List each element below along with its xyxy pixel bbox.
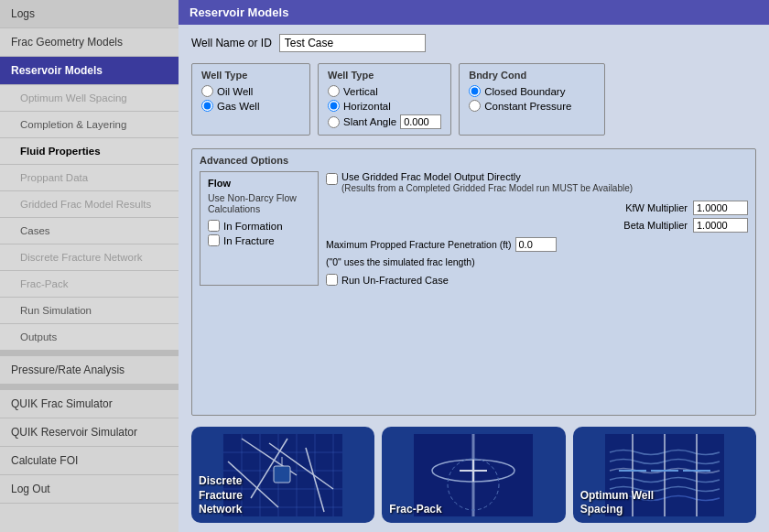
sidebar-item-reservoir-models[interactable]: Reservoir Models: [0, 57, 179, 85]
sidebar-item-frac-geometry[interactable]: Frac Geometry Models: [0, 28, 179, 57]
advanced-inner: Flow Use Non-Darcy Flow Calculations In …: [200, 171, 748, 286]
max-prop-row: Maximum Propped Fracture Penetration (ft…: [326, 237, 748, 252]
horizontal-row: Horizontal: [328, 100, 441, 112]
vertical-row: Vertical: [328, 85, 441, 97]
constant-pressure-radio[interactable]: [469, 100, 481, 112]
window-header: Reservoir Models: [179, 0, 769, 25]
closed-boundary-row: Closed Boundary: [469, 85, 595, 97]
sidebar: Logs Frac Geometry Models Reservoir Mode…: [0, 0, 179, 532]
max-prop-input[interactable]: [515, 237, 557, 252]
use-gridded-checkbox[interactable]: [326, 173, 338, 185]
sidebar-item-log-out[interactable]: Log Out: [0, 475, 179, 504]
well-type2-box: Well Type Vertical Horizontal Slant Angl…: [318, 63, 451, 136]
advanced-options-box: Advanced Options Flow Use Non-Darcy Flow…: [191, 148, 756, 416]
flow-title: Flow: [208, 178, 310, 189]
sidebar-item-outputs[interactable]: Outputs: [0, 324, 179, 351]
bndry-cond-box: Bndry Cond Closed Boundary Constant Pres…: [459, 63, 605, 136]
max-prop-note: ("0" uses the simulated frac length): [326, 256, 748, 267]
vertical-label: Vertical: [343, 86, 378, 97]
closed-boundary-label: Closed Boundary: [484, 86, 565, 97]
well-type-title: Well Type: [201, 70, 300, 81]
oil-well-radio[interactable]: [201, 85, 213, 97]
fp-label: Frac-Pack: [382, 497, 449, 523]
well-type-box: Well Type Oil Well Gas Well: [191, 63, 310, 136]
vertical-radio[interactable]: [328, 85, 340, 97]
run-unfrac-row: Run Un-Fractured Case: [326, 274, 748, 286]
svg-rect-16: [274, 466, 290, 483]
kiw-row: KfW Multiplier: [326, 201, 748, 215]
sidebar-item-cases[interactable]: Cases: [0, 218, 179, 244]
beta-input[interactable]: [693, 218, 748, 233]
well-name-input[interactable]: [279, 34, 426, 52]
in-formation-label: In Formation: [223, 221, 283, 232]
thumb-fp[interactable]: Frac-Pack: [382, 427, 565, 523]
advanced-title: Advanced Options: [200, 155, 748, 166]
slant-radio[interactable]: [328, 116, 340, 128]
multiplier-section: KfW Multiplier Beta Multiplier: [326, 201, 748, 233]
sidebar-item-pressure-rate[interactable]: Pressure/Rate Analysis: [0, 356, 179, 385]
sidebar-item-frac-pack[interactable]: Frac-Pack: [0, 271, 179, 298]
constant-pressure-row: Constant Pressure: [469, 100, 595, 112]
in-fracture-label: In Fracture: [223, 235, 275, 246]
slant-row: Slant Angle: [328, 114, 441, 129]
constant-pressure-label: Constant Pressure: [484, 101, 571, 112]
oil-well-row: Oil Well: [201, 85, 300, 97]
slant-label: Slant Angle: [343, 116, 396, 127]
flow-subtitle: Use Non-Darcy Flow Calculations: [208, 192, 310, 214]
well-name-row: Well Name or ID: [191, 34, 756, 52]
main-content: Reservoir Models Well Name or ID Well Ty…: [179, 0, 769, 532]
use-gridded-label: Use Gridded Frac Model Output Directly: [341, 171, 633, 182]
well-type2-title: Well Type: [328, 70, 441, 81]
sidebar-item-fluid-properties[interactable]: Fluid Properties: [0, 138, 179, 165]
window-body: Well Name or ID Well Type Oil Well Gas W…: [179, 25, 769, 532]
thumb-ows[interactable]: Optimum WellSpacing: [573, 427, 756, 523]
sidebar-item-logs[interactable]: Logs: [0, 0, 179, 28]
right-options: Use Gridded Frac Model Output Directly (…: [326, 171, 748, 286]
ows-label: Optimum WellSpacing: [573, 483, 661, 523]
sidebar-item-discrete-frac[interactable]: Discrete Fracture Network: [0, 244, 179, 271]
kiw-input[interactable]: [693, 201, 748, 215]
use-gridded-row: Use Gridded Frac Model Output Directly (…: [326, 171, 748, 193]
max-prop-label1: Maximum Propped Fracture Penetration (ft…: [326, 239, 512, 250]
sidebar-item-proppant-data[interactable]: Proppant Data: [0, 165, 179, 191]
oil-well-label: Oil Well: [217, 86, 253, 97]
beta-row: Beta Multiplier: [326, 218, 748, 233]
closed-boundary-radio[interactable]: [469, 85, 481, 97]
gas-well-radio[interactable]: [201, 100, 213, 112]
well-name-label: Well Name or ID: [191, 37, 272, 49]
thumbnails-row: DiscreteFractureNetwork: [191, 427, 756, 523]
sidebar-item-calculate-foi[interactable]: Calculate FOI: [0, 447, 179, 475]
sidebar-item-gridded-frac[interactable]: Gridded Frac Model Results: [0, 191, 179, 218]
sidebar-item-run-simulation[interactable]: Run Simulation: [0, 298, 179, 324]
gas-well-label: Gas Well: [217, 101, 259, 112]
run-unfrac-label: Run Un-Fractured Case: [341, 275, 449, 286]
gas-well-row: Gas Well: [201, 100, 300, 112]
gridded-note: (Results from a Completed Gridded Frac M…: [341, 183, 633, 193]
dfn-label: DiscreteFractureNetwork: [191, 469, 250, 523]
bndry-title: Bndry Cond: [469, 70, 595, 81]
sidebar-item-optimum-well-spacing[interactable]: Optimum Well Spacing: [0, 85, 179, 112]
thumb-dfn[interactable]: DiscreteFractureNetwork: [191, 427, 374, 523]
flow-box: Flow Use Non-Darcy Flow Calculations In …: [200, 171, 319, 286]
sidebar-item-quik-frac[interactable]: QUIK Frac Simulator: [0, 390, 179, 418]
in-fracture-checkbox[interactable]: [208, 234, 220, 246]
sidebar-item-quik-reservoir[interactable]: QUIK Reservoir Simulator: [0, 418, 179, 447]
window-title: Reservoir Models: [190, 5, 288, 19]
type-boxes-row: Well Type Oil Well Gas Well Well Type Ve…: [191, 63, 756, 136]
in-formation-checkbox[interactable]: [208, 220, 220, 232]
horizontal-label: Horizontal: [343, 101, 391, 112]
slant-input[interactable]: [400, 114, 441, 129]
horizontal-radio[interactable]: [328, 100, 340, 112]
in-fracture-row: In Fracture: [208, 234, 310, 246]
kiw-label: KfW Multiplier: [625, 202, 688, 213]
in-formation-row: In Formation: [208, 220, 310, 232]
beta-label: Beta Multiplier: [623, 220, 688, 231]
run-unfrac-checkbox[interactable]: [326, 274, 338, 286]
sidebar-item-completion-layering[interactable]: Completion & Layering: [0, 112, 179, 138]
